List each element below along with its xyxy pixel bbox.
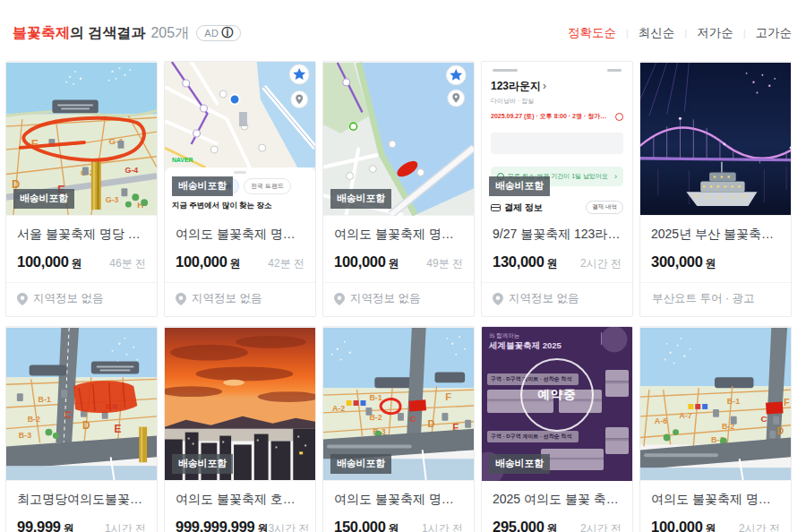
product-card-7[interactable]: 배송비포함 여의도 불꽃축제 호텔 숙박 … 999,999,999원 3시간 … [164,326,316,532]
product-price: 999,999,999원 [176,519,268,532]
zone-label: A-7 [679,411,691,420]
sponsor-logo-block [566,332,602,345]
results-header: 불꽃축제의 검색결과 205개 AD ⓘ 정확도순 | 최신순 | 저가순 | … [0,0,806,61]
zone-label: B-1 [39,395,51,404]
product-image-festival-map: F G-1 G-2 G-4 G-3 D E H [6,62,157,216]
favorite-star-button[interactable] [446,65,466,85]
location-row: 지역정보 없음 [6,282,157,316]
product-info: 여의도 불꽃축제 명당 자리 … 100,000원 49분 전 지역정보 없음 [323,216,474,316]
product-title: 2025년 부산 불꽃축제 행사 … [651,226,780,242]
product-card-10[interactable]: A-6 A-7 B-1 B-2 B-3 C D F [639,326,792,532]
clock-icon [615,113,623,121]
zone-label: B-1 [727,397,740,406]
location-row: 지역정보 없음 [323,282,474,316]
product-image-booking-screenshot: 123라운지› 다이닝바 · 잠실 2025.09.27 (토) · 오후 8:… [482,62,632,216]
naver-map-graphic: NAVER [165,62,315,167]
posted-time: 2시간 전 [739,521,780,532]
zone-label: A-2 [332,404,345,413]
product-card-1[interactable]: F G-1 G-2 G-4 G-3 D E H [5,61,158,317]
result-title: 불꽃축제의 검색결과 205개 AD ⓘ [13,24,241,43]
sort-accuracy[interactable]: 정확도순 [568,25,616,41]
posted-time: 1시간 전 [422,521,463,532]
info-icon: ⓘ [221,27,233,39]
posted-time: 46분 전 [109,256,146,271]
ticket-stub [605,427,629,454]
place-pin-button[interactable] [448,90,465,107]
event-slogan: 와 함께하는 [489,332,519,340]
location-text: 지역정보 없음 [509,291,579,306]
product-card-8[interactable]: A-2 B-1 B-2 B-3 C D E F [322,326,475,532]
zone-label: E [115,423,122,435]
product-info: 여의도 불꽃축제 명당 확보 100,000원 2시간 전 [640,481,791,532]
product-price: 100,000원 [334,253,399,271]
product-price: 130,000원 [493,253,558,271]
ad-info-badge[interactable]: AD ⓘ [196,25,241,41]
tower-63 [139,427,147,463]
reserved-overlay: 예약중 [520,358,594,432]
product-card-5-ad[interactable]: 2025년 부산 불꽃축제 행사 … 300,000원 부산요트 투어 · 광고 [639,61,792,317]
location-row: 지역정보 없음 [482,282,632,316]
favorite-star-button[interactable] [289,64,309,84]
payment-section-title: 결제 정보 [491,202,543,214]
sort-divider: | [743,28,746,39]
product-price: 100,000원 [17,253,82,271]
sort-low-price[interactable]: 저가순 [697,25,733,41]
product-title: 여의도 불꽃축제 명당 자리 … [176,226,304,242]
ticket-stub [541,449,604,470]
sort-newest[interactable]: 최신순 [639,25,675,41]
product-info: 2025 여의도 불꽃 축제 티켓 295,000원 2시간 전 [482,481,632,532]
product-info: 여의도 불꽃축제 호텔 숙박 … 999,999,999원 3시간 전 [165,481,315,532]
zone-label: C [410,414,416,424]
location-row: 지역정보 없음 [165,282,315,316]
shipping-badge: 배송비포함 [172,176,233,196]
posted-time: 49분 전 [426,256,463,271]
product-title: 여의도 불꽃축제 명당 자리 … [334,226,463,242]
red-marker-fill [408,400,426,412]
shipping-badge: 배송비포함 [489,454,550,474]
payment-detail-button[interactable]: 결제 내역 [586,201,623,214]
trend-filter-button[interactable]: 전국 트렌드 [244,178,291,194]
location-text: 지역정보 없음 [350,291,420,306]
product-price: 150,000원 [334,519,399,532]
product-card-2[interactable]: NAVER 영등포구 여의동 전국 트렌드 지금 주변에서 많이 찾는 장소 배… [164,61,316,317]
product-title: 여의도 불꽃축제 호텔 숙박 … [176,491,304,507]
product-image-river-map: 배송비포함 [323,62,474,216]
product-image-festival-map: A-2 B-1 B-2 B-3 C D E F [323,327,474,481]
chevron-right-icon: › [614,172,617,181]
product-title: 9/27 불꽃축제 123라운지 창… [493,226,622,242]
tower-63 [91,162,101,210]
red-marker-fill [73,381,137,413]
product-card-9[interactable]: 와 함께하는 세계불꽃축제 2025 구역 · D구역 게이트 · 선착순 착석… [481,326,633,532]
product-info: 여의도 불꽃축제 명당 자리 … 100,000원 42분 전 지역정보 없음 [165,216,315,316]
sort-high-price[interactable]: 고가순 [756,25,793,41]
location-pin-icon [493,293,503,305]
product-image-sunset: 배송비포함 [165,327,315,481]
shipping-badge: 배송비포함 [13,189,74,209]
search-results-page: 불꽃축제의 검색결과 205개 AD ⓘ 정확도순 | 최신순 | 저가순 | … [0,0,806,532]
sort-bar: 정확도순 | 최신순 | 저가순 | 고가순 [568,25,792,41]
product-title: 2025 여의도 불꽃 축제 티켓 [493,491,622,507]
product-card-6[interactable]: B-1 B-2 B-3 C D E [5,326,158,532]
product-info: 최고명당여의도불꽃축제자… 99,999원 1시간 전 [6,481,157,532]
posted-time: 3시간 전 [268,521,309,532]
reserved-text: 예약중 [537,387,577,403]
product-price: 100,000원 [651,519,716,532]
zone-label: B-1 [369,393,382,402]
product-info: 2025년 부산 불꽃축제 행사 … 300,000원 부산요트 투어 · 광고 [640,216,791,316]
location-pin-icon [176,293,186,305]
sort-divider: | [684,28,687,39]
current-location-dot [230,95,240,105]
location-pin-icon [334,293,345,305]
sheet-caption: 지금 주변에서 많이 찾는 장소 [165,194,315,211]
venue-category: 다이닝바 · 잠실 [491,97,623,106]
zone-label: C [760,414,767,424]
product-card-4[interactable]: 123라운지› 다이닝바 · 잠실 2025.09.27 (토) · 오후 8:… [481,61,633,317]
credit-card-icon [491,204,501,211]
product-image-naver-map: NAVER 영등포구 여의동 전국 트렌드 지금 주변에서 많이 찾는 장소 배… [165,62,315,216]
product-card-3[interactable]: 배송비포함 여의도 불꽃축제 명당 자리 … 100,000원 49분 전 지역… [322,61,475,317]
search-query: 불꽃축제 [13,24,70,43]
product-title: 여의도 불꽃축제 명당자리 양… [334,491,463,507]
result-suffix: 의 검색결과 [70,24,145,43]
ad-seller-text: 부산요트 투어 · 광고 [652,291,755,306]
place-pin-button[interactable] [291,91,308,108]
